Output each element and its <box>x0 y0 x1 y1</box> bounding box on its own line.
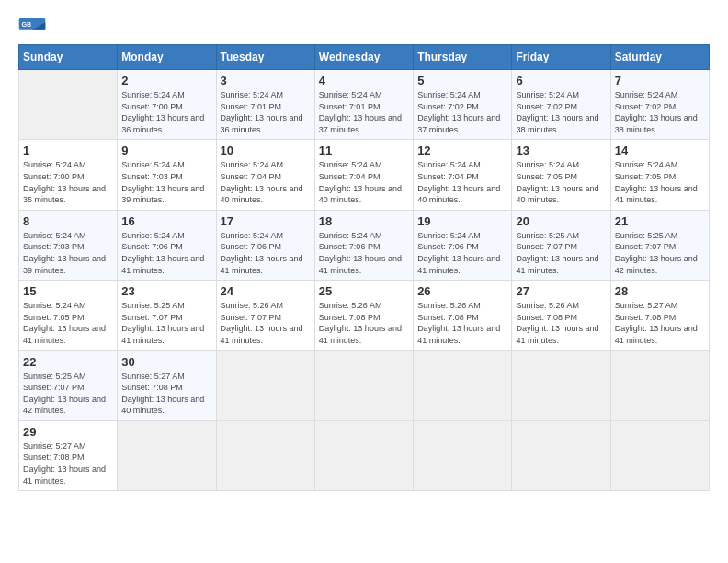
day-info: Sunrise: 5:25 AM Sunset: 7:07 PM Dayligh… <box>23 371 113 417</box>
table-row <box>216 350 314 420</box>
table-row: 8Sunrise: 5:24 AM Sunset: 7:03 PM Daylig… <box>19 210 118 280</box>
day-number: 7 <box>615 74 705 87</box>
day-number: 5 <box>417 74 507 87</box>
table-row: 16Sunrise: 5:24 AM Sunset: 7:06 PM Dayli… <box>118 210 216 280</box>
day-info: Sunrise: 5:24 AM Sunset: 7:02 PM Dayligh… <box>417 89 507 135</box>
day-number: 12 <box>417 144 507 157</box>
day-number: 3 <box>221 74 311 87</box>
day-number: 25 <box>319 284 409 298</box>
days-header-row: SundayMondayTuesdayWednesdayThursdayFrid… <box>19 45 710 70</box>
day-info: Sunrise: 5:24 AM Sunset: 7:06 PM Dayligh… <box>417 230 507 276</box>
table-row: 21Sunrise: 5:25 AM Sunset: 7:07 PM Dayli… <box>610 210 709 280</box>
table-row: 28Sunrise: 5:27 AM Sunset: 7:08 PM Dayli… <box>610 281 709 350</box>
table-row: 20Sunrise: 5:25 AM Sunset: 7:07 PM Dayli… <box>512 210 610 280</box>
day-info: Sunrise: 5:24 AM Sunset: 7:00 PM Dayligh… <box>121 89 211 135</box>
calendar-row-4: 22Sunrise: 5:25 AM Sunset: 7:07 PM Dayli… <box>19 350 710 420</box>
table-row: 22Sunrise: 5:25 AM Sunset: 7:07 PM Dayli… <box>19 350 118 420</box>
calendar-table: SundayMondayTuesdayWednesdayThursdayFrid… <box>18 44 710 491</box>
day-number: 2 <box>121 74 211 87</box>
day-number: 26 <box>417 284 507 298</box>
day-number: 6 <box>516 74 606 87</box>
day-info: Sunrise: 5:24 AM Sunset: 7:02 PM Dayligh… <box>516 89 606 135</box>
table-row <box>610 420 709 490</box>
table-row: 7Sunrise: 5:24 AM Sunset: 7:02 PM Daylig… <box>610 70 709 140</box>
day-header-sunday: Sunday <box>19 45 118 70</box>
logo: GB <box>18 18 50 37</box>
day-info: Sunrise: 5:24 AM Sunset: 7:06 PM Dayligh… <box>319 230 409 276</box>
table-row: 25Sunrise: 5:26 AM Sunset: 7:08 PM Dayli… <box>314 281 413 350</box>
day-number: 16 <box>121 214 211 228</box>
day-number: 18 <box>319 214 409 228</box>
table-row: 12Sunrise: 5:24 AM Sunset: 7:04 PM Dayli… <box>414 140 512 210</box>
table-row <box>610 350 709 420</box>
table-row: 6Sunrise: 5:24 AM Sunset: 7:02 PM Daylig… <box>512 70 610 140</box>
day-number: 19 <box>417 214 507 228</box>
day-info: Sunrise: 5:24 AM Sunset: 7:05 PM Dayligh… <box>615 159 705 205</box>
day-info: Sunrise: 5:24 AM Sunset: 7:04 PM Dayligh… <box>221 159 311 205</box>
day-header-tuesday: Tuesday <box>216 45 314 70</box>
day-info: Sunrise: 5:26 AM Sunset: 7:08 PM Dayligh… <box>319 300 409 346</box>
day-info: Sunrise: 5:24 AM Sunset: 7:03 PM Dayligh… <box>23 230 113 276</box>
day-info: Sunrise: 5:24 AM Sunset: 7:05 PM Dayligh… <box>23 300 113 346</box>
day-header-friday: Friday <box>512 45 610 70</box>
day-info: Sunrise: 5:24 AM Sunset: 7:01 PM Dayligh… <box>319 89 409 135</box>
day-number: 27 <box>516 284 606 298</box>
table-row: 15Sunrise: 5:24 AM Sunset: 7:05 PM Dayli… <box>19 281 118 350</box>
table-row: 27Sunrise: 5:26 AM Sunset: 7:08 PM Dayli… <box>512 281 610 350</box>
day-number: 9 <box>121 144 211 157</box>
day-info: Sunrise: 5:24 AM Sunset: 7:00 PM Dayligh… <box>23 159 113 205</box>
day-info: Sunrise: 5:24 AM Sunset: 7:03 PM Dayligh… <box>121 159 211 205</box>
day-info: Sunrise: 5:24 AM Sunset: 7:06 PM Dayligh… <box>121 230 211 276</box>
table-row <box>512 420 610 490</box>
day-info: Sunrise: 5:26 AM Sunset: 7:08 PM Dayligh… <box>516 300 606 346</box>
table-row: 23Sunrise: 5:25 AM Sunset: 7:07 PM Dayli… <box>118 281 216 350</box>
day-number: 11 <box>319 144 409 157</box>
table-row: 11Sunrise: 5:24 AM Sunset: 7:04 PM Dayli… <box>314 140 413 210</box>
table-row: 14Sunrise: 5:24 AM Sunset: 7:05 PM Dayli… <box>610 140 709 210</box>
day-number: 8 <box>23 214 113 228</box>
day-info: Sunrise: 5:24 AM Sunset: 7:04 PM Dayligh… <box>319 159 409 205</box>
day-info: Sunrise: 5:25 AM Sunset: 7:07 PM Dayligh… <box>615 230 705 276</box>
table-row: 24Sunrise: 5:26 AM Sunset: 7:07 PM Dayli… <box>216 281 314 350</box>
table-row <box>314 350 413 420</box>
day-number: 24 <box>221 284 311 298</box>
day-info: Sunrise: 5:27 AM Sunset: 7:08 PM Dayligh… <box>615 300 705 346</box>
svg-text:GB: GB <box>22 21 32 29</box>
day-number: 4 <box>319 74 409 87</box>
day-number: 29 <box>23 425 113 439</box>
day-info: Sunrise: 5:25 AM Sunset: 7:07 PM Dayligh… <box>121 300 211 346</box>
day-info: Sunrise: 5:26 AM Sunset: 7:08 PM Dayligh… <box>417 300 507 346</box>
logo-icon: GB <box>18 18 46 37</box>
day-number: 22 <box>23 355 113 369</box>
day-info: Sunrise: 5:27 AM Sunset: 7:08 PM Dayligh… <box>23 441 113 487</box>
day-number: 15 <box>23 284 113 298</box>
table-row: 2Sunrise: 5:24 AM Sunset: 7:00 PM Daylig… <box>118 70 216 140</box>
table-row: 10Sunrise: 5:24 AM Sunset: 7:04 PM Dayli… <box>216 140 314 210</box>
table-row <box>314 420 413 490</box>
table-row: 9Sunrise: 5:24 AM Sunset: 7:03 PM Daylig… <box>118 140 216 210</box>
day-number: 10 <box>221 144 311 157</box>
calendar-row-2: 8Sunrise: 5:24 AM Sunset: 7:03 PM Daylig… <box>19 210 710 280</box>
table-row: 3Sunrise: 5:24 AM Sunset: 7:01 PM Daylig… <box>216 70 314 140</box>
day-number: 21 <box>615 214 705 228</box>
calendar-row-1: 1Sunrise: 5:24 AM Sunset: 7:00 PM Daylig… <box>19 140 710 210</box>
day-number: 1 <box>23 144 113 157</box>
table-row <box>19 70 118 140</box>
table-row: 29Sunrise: 5:27 AM Sunset: 7:08 PM Dayli… <box>19 420 118 490</box>
page-header: GB <box>18 18 710 37</box>
table-row: 13Sunrise: 5:24 AM Sunset: 7:05 PM Dayli… <box>512 140 610 210</box>
day-header-monday: Monday <box>118 45 216 70</box>
day-header-wednesday: Wednesday <box>314 45 413 70</box>
table-row: 19Sunrise: 5:24 AM Sunset: 7:06 PM Dayli… <box>414 210 512 280</box>
day-number: 23 <box>121 284 211 298</box>
day-info: Sunrise: 5:25 AM Sunset: 7:07 PM Dayligh… <box>516 230 606 276</box>
day-number: 17 <box>221 214 311 228</box>
table-row: 26Sunrise: 5:26 AM Sunset: 7:08 PM Dayli… <box>414 281 512 350</box>
table-row <box>512 350 610 420</box>
table-row: 18Sunrise: 5:24 AM Sunset: 7:06 PM Dayli… <box>314 210 413 280</box>
table-row <box>216 420 314 490</box>
table-row <box>414 420 512 490</box>
day-header-thursday: Thursday <box>414 45 512 70</box>
table-row <box>118 420 216 490</box>
day-number: 30 <box>121 355 211 369</box>
